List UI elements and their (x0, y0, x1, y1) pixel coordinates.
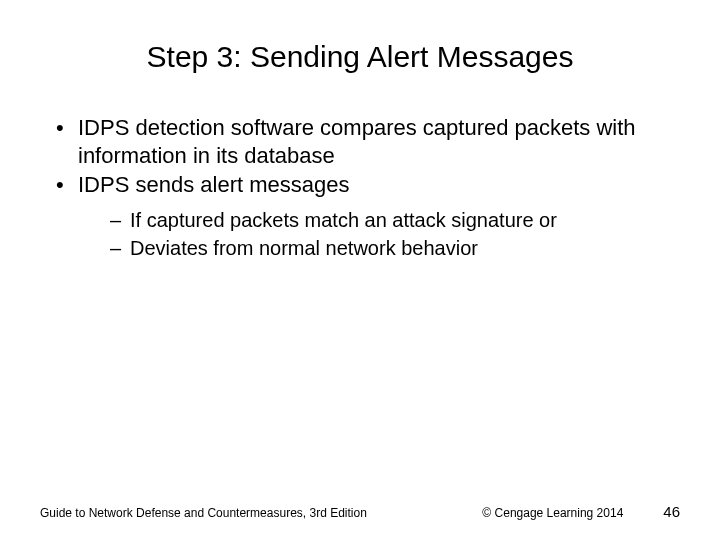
sub-list: If captured packets match an attack sign… (78, 207, 680, 261)
bullet-item: IDPS sends alert messages If captured pa… (50, 171, 680, 261)
sub-item: Deviates from normal network behavior (106, 235, 680, 261)
slide-footer: Guide to Network Defense and Countermeas… (40, 503, 680, 520)
footer-copyright: © Cengage Learning 2014 (452, 506, 623, 520)
bullet-text: IDPS detection software compares capture… (78, 115, 636, 168)
slide-container: Step 3: Sending Alert Messages IDPS dete… (0, 0, 720, 540)
slide-title: Step 3: Sending Alert Messages (40, 40, 680, 74)
sub-text: Deviates from normal network behavior (130, 237, 478, 259)
bullet-item: IDPS detection software compares capture… (50, 114, 680, 169)
bullet-text: IDPS sends alert messages (78, 172, 349, 197)
footer-left: Guide to Network Defense and Countermeas… (40, 506, 452, 520)
sub-item: If captured packets match an attack sign… (106, 207, 680, 233)
sub-text: If captured packets match an attack sign… (130, 209, 557, 231)
slide-content: IDPS detection software compares capture… (40, 114, 680, 261)
footer-page-number: 46 (623, 503, 680, 520)
bullet-list: IDPS detection software compares capture… (50, 114, 680, 261)
